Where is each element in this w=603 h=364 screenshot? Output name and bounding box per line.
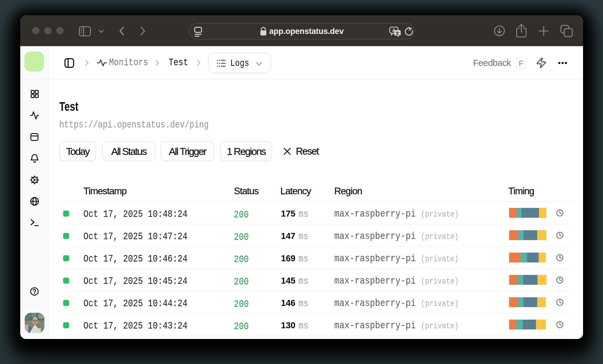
svg-text:文: 文 <box>395 31 400 36</box>
